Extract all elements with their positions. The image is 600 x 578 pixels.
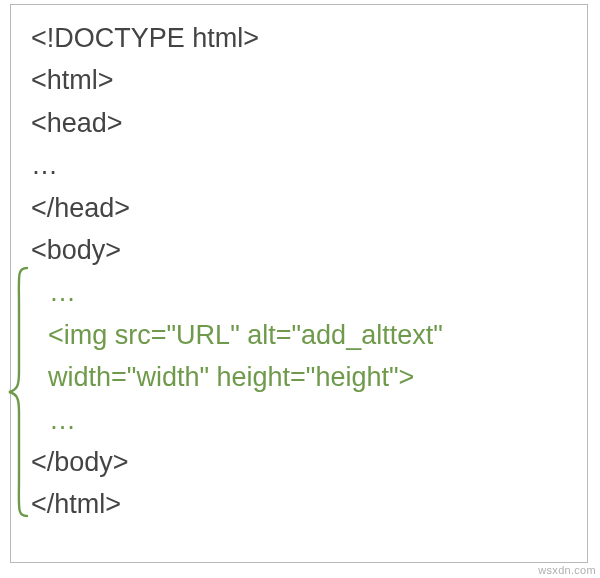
code-block: <!DOCTYPE html> <html> <head> … </head> …	[31, 17, 576, 526]
code-snippet-panel: <!DOCTYPE html> <html> <head> … </head> …	[10, 4, 588, 563]
code-line-img-tag-a: <img src="URL" alt="add_alttext"	[31, 314, 576, 356]
code-line-head-open: <head>	[31, 102, 576, 144]
code-line-ellipsis-body-bottom: …	[31, 399, 576, 441]
watermark-text: wsxdn.com	[538, 564, 596, 576]
code-line-ellipsis-head: …	[31, 144, 576, 186]
code-line-html-open: <html>	[31, 59, 576, 101]
code-line-body-close: </body>	[31, 441, 576, 483]
code-line-body-open: <body>	[31, 229, 576, 271]
code-line-img-tag-b: width="width" height="height">	[31, 356, 576, 398]
code-line-head-close: </head>	[31, 187, 576, 229]
code-line-doctype: <!DOCTYPE html>	[31, 17, 576, 59]
code-line-ellipsis-body-top: …	[31, 271, 576, 313]
curly-brace-icon	[7, 266, 29, 518]
code-line-html-close: </html>	[31, 483, 576, 525]
